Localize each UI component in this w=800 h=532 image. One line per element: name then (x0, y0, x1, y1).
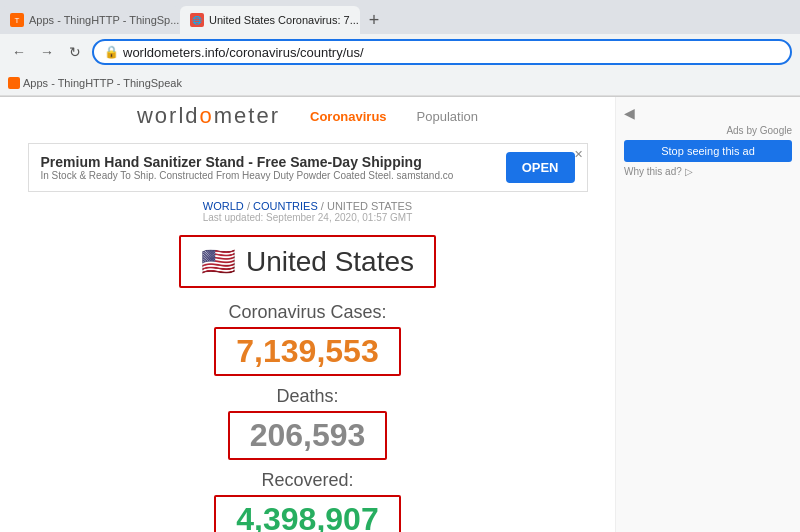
deaths-section: Deaths: 206,593 (0, 386, 615, 464)
country-title-box: 🇺🇸 United States (179, 235, 436, 288)
deaths-value: 206,593 (250, 417, 366, 453)
why-this-ad-link[interactable]: Why this ad? ▷ (624, 166, 792, 177)
cases-value: 7,139,553 (236, 333, 378, 369)
tab-thingspeak[interactable]: T Apps - ThingHTTP - ThingSp... ✕ (0, 6, 180, 34)
deaths-label: Deaths: (0, 386, 615, 407)
address-text: worldometers.info/coronavirus/country/us… (123, 45, 364, 60)
right-sidebar: ◀ Ads by Google Stop seeing this ad Why … (615, 97, 800, 532)
stop-seeing-ad-button[interactable]: Stop seeing this ad (624, 140, 792, 162)
ad-subtitle: In Stock & Ready To Ship. Constructed Fr… (41, 170, 506, 181)
lock-icon: 🔒 (104, 45, 119, 59)
back-button[interactable]: ← (8, 41, 30, 63)
cases-label: Coronavirus Cases: (0, 302, 615, 323)
site-logo: worldometer (137, 103, 280, 129)
country-flag: 🇺🇸 (201, 245, 236, 278)
country-name: United States (246, 246, 414, 278)
tab-label-coronavirus: United States Coronavirus: 7... (209, 14, 359, 26)
ad-open-button[interactable]: OPEN (506, 152, 575, 183)
tab-label-thingspeak: Apps - ThingHTTP - ThingSp... (29, 14, 179, 26)
address-bar-row: ← → ↻ 🔒 worldometers.info/coronavirus/co… (0, 34, 800, 70)
tab-favicon-thingspeak: T (10, 13, 24, 27)
recovered-section: Recovered: 4,398,907 (0, 470, 615, 532)
recovered-value: 4,398,907 (236, 501, 378, 532)
ads-by-google-label: Ads by Google (624, 125, 792, 136)
breadcrumb-current: UNITED STATES (327, 200, 412, 212)
sidebar-collapse-button[interactable]: ◀ (624, 105, 792, 121)
ad-close-button[interactable]: ✕ (574, 148, 583, 161)
forward-button[interactable]: → (36, 41, 58, 63)
reload-button[interactable]: ↻ (64, 41, 86, 63)
ad-banner: Premium Hand Sanitizer Stand - Free Same… (28, 143, 588, 192)
breadcrumb-countries[interactable]: COUNTRIES (253, 200, 318, 212)
cases-value-box: 7,139,553 (214, 327, 400, 376)
breadcrumb-section: WORLD / COUNTRIES / UNITED STATES Last u… (0, 200, 615, 223)
last-updated: Last updated: September 24, 2020, 01:57 … (0, 212, 615, 223)
bookmark-label: Apps - ThingHTTP - ThingSpeak (23, 77, 182, 89)
bookmark-thingspeak[interactable]: Apps - ThingHTTP - ThingSpeak (8, 77, 182, 89)
tab-bar: T Apps - ThingHTTP - ThingSp... ✕ 🌐 Unit… (0, 0, 800, 34)
nav-coronavirus[interactable]: Coronavirus (310, 109, 387, 124)
recovered-label: Recovered: (0, 470, 615, 491)
country-title-wrapper: 🇺🇸 United States (0, 227, 615, 296)
breadcrumb: WORLD / COUNTRIES / UNITED STATES (0, 200, 615, 212)
nav-population[interactable]: Population (417, 109, 478, 124)
site-nav: worldometer Coronavirus Population (0, 97, 615, 135)
main-area: worldometer Coronavirus Population Premi… (0, 97, 615, 532)
new-tab-button[interactable]: + (360, 6, 388, 34)
ad-title: Premium Hand Sanitizer Stand - Free Same… (41, 154, 506, 170)
breadcrumb-world[interactable]: WORLD (203, 200, 244, 212)
ad-banner-text: Premium Hand Sanitizer Stand - Free Same… (41, 154, 506, 181)
browser-chrome: T Apps - ThingHTTP - ThingSp... ✕ 🌐 Unit… (0, 0, 800, 97)
cases-section: Coronavirus Cases: 7,139,553 (0, 302, 615, 380)
tab-coronavirus[interactable]: 🌐 United States Coronavirus: 7... ✕ (180, 6, 360, 34)
bookmarks-bar: Apps - ThingHTTP - ThingSpeak (0, 70, 800, 96)
bookmark-favicon (8, 77, 20, 89)
address-box[interactable]: 🔒 worldometers.info/coronavirus/country/… (92, 39, 792, 65)
page-content: worldometer Coronavirus Population Premi… (0, 97, 800, 532)
recovered-value-box: 4,398,907 (214, 495, 400, 532)
tab-favicon-coronavirus: 🌐 (190, 13, 204, 27)
deaths-value-box: 206,593 (228, 411, 388, 460)
